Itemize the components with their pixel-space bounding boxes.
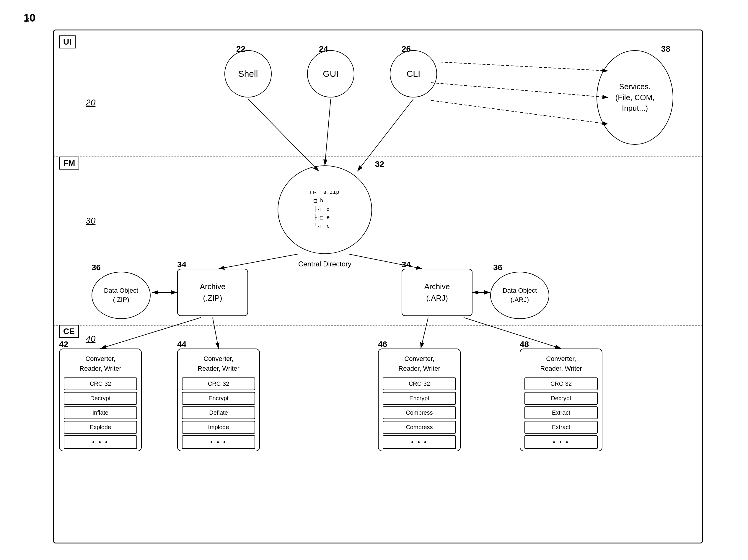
- ce-comp-4-ref: 48: [520, 340, 529, 349]
- cli-ref: 26: [402, 44, 411, 54]
- ce-comp-1-item-2: Inflate: [64, 406, 137, 419]
- cli-node: CLI: [390, 50, 437, 97]
- ce-comp-2-header: Converter,Reader, Writer: [178, 349, 259, 376]
- ce-comp-4-item-2: Extract: [524, 406, 598, 419]
- ce-comp-3-ref: 46: [378, 340, 387, 349]
- diagram: 10 ↙ UI FM CE 20 30 40 Shell 22 GUI 24 C…: [24, 12, 726, 550]
- ce-comp-2-item-1: Encrypt: [182, 392, 255, 405]
- ce-comp-1-ref: 42: [59, 340, 68, 349]
- ce-comp-4-item-1: Decrypt: [524, 392, 598, 405]
- services-ref: 38: [661, 44, 670, 54]
- data-obj-arj-ref: 36: [493, 263, 502, 272]
- archive-zip-left-node: Archive(.ZIP): [177, 269, 248, 316]
- fm-label: FM: [59, 157, 79, 169]
- ce-comp-2-item-3: Implode: [182, 421, 255, 434]
- ce-comp-3-item-1: Encrypt: [383, 392, 456, 405]
- archive-arj-right-ref: 34: [402, 260, 411, 270]
- shell-node: Shell: [225, 50, 272, 97]
- ce-comp-1-header: Converter,Reader, Writer: [60, 349, 141, 376]
- archive-zip-left-ref: 34: [177, 260, 186, 270]
- dashed-line-fm-ce: [53, 325, 703, 326]
- ce-comp-3-item-4: • • •: [383, 435, 456, 449]
- ce-comp-1-item-1: Decrypt: [64, 392, 137, 405]
- dashed-line-ui-fm: [53, 157, 703, 157]
- ce-comp-4-item-3: Extract: [524, 421, 598, 434]
- ce-comp-3-item-3: Compress: [383, 421, 456, 434]
- ce-comp-1-item-3: Explode: [64, 421, 137, 434]
- file-tree: □-□ a.zip □ b ├-□ d ├-□ e └-□ c: [310, 188, 339, 230]
- central-directory-node: □-□ a.zip □ b ├-□ d ├-□ e └-□ c: [278, 165, 372, 254]
- gui-node: GUI: [307, 50, 354, 97]
- ui-label: UI: [59, 36, 76, 48]
- data-object-zip-node: Data Object(.ZIP): [92, 272, 150, 319]
- ce-comp-4-header: Converter,Reader, Writer: [520, 349, 602, 376]
- gui-label: GUI: [323, 69, 338, 79]
- services-label: Services.(File, COM,Input...): [615, 81, 655, 113]
- shell-label: Shell: [238, 69, 258, 79]
- ce-comp-4-item-0: CRC-32: [524, 377, 598, 390]
- ce-comp-4-item-4: • • •: [524, 435, 598, 449]
- data-object-arj-label: Data Object(.ARJ): [502, 286, 537, 304]
- ce-comp-1-item-0: CRC-32: [64, 377, 137, 390]
- ce-comp-1-item-4: • • •: [64, 435, 137, 449]
- ce-component-1: Converter,Reader, Writer CRC-32 Decrypt …: [59, 349, 142, 451]
- figure-arrow: ↙: [24, 15, 30, 24]
- data-obj-zip-ref: 36: [92, 263, 101, 272]
- central-dir-ref: 32: [375, 160, 384, 169]
- section-ref-30: 30: [86, 216, 95, 226]
- ce-comp-3-header: Converter,Reader, Writer: [379, 349, 460, 376]
- central-dir-label: Central Directory: [289, 260, 360, 268]
- ce-component-2: Converter,Reader, Writer CRC-32 Encrypt …: [177, 349, 260, 451]
- data-object-zip-label: Data Object(.ZIP): [104, 286, 138, 304]
- section-ref-20: 20: [86, 97, 95, 108]
- ce-comp-2-item-4: • • •: [182, 435, 255, 449]
- archive-arj-right-node: Archive(.ARJ): [402, 269, 472, 316]
- services-node: Services.(File, COM,Input...): [597, 50, 673, 145]
- data-object-arj-node: Data Object(.ARJ): [490, 272, 549, 319]
- shell-ref: 22: [236, 44, 246, 54]
- ce-comp-2-ref: 44: [177, 340, 186, 349]
- ce-label: CE: [59, 325, 79, 338]
- gui-ref: 24: [319, 44, 328, 54]
- ce-comp-3-item-0: CRC-32: [383, 377, 456, 390]
- cli-label: CLI: [406, 69, 421, 79]
- section-ref-40: 40: [86, 334, 95, 344]
- archive-zip-left-label: Archive(.ZIP): [200, 281, 226, 304]
- ce-comp-3-item-2: Compress: [383, 406, 456, 419]
- ce-comp-2-item-2: Deflate: [182, 406, 255, 419]
- ce-component-3: Converter,Reader, Writer CRC-32 Encrypt …: [378, 349, 461, 451]
- ce-component-4: Converter,Reader, Writer CRC-32 Decrypt …: [520, 349, 602, 451]
- archive-arj-right-label: Archive(.ARJ): [424, 281, 450, 304]
- ce-comp-2-item-0: CRC-32: [182, 377, 255, 390]
